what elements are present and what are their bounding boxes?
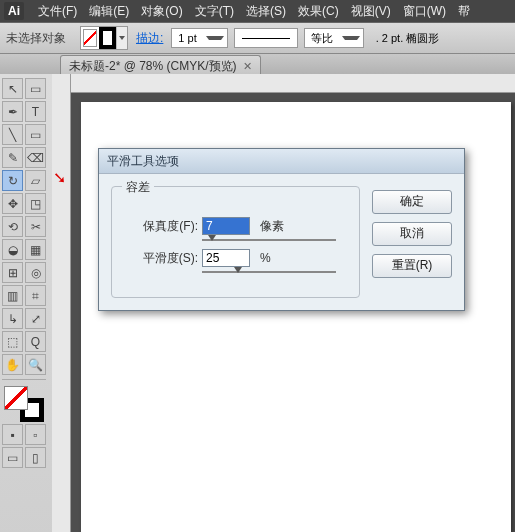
menu-object[interactable]: 对象(O) [135, 0, 188, 22]
fidelity-label: 保真度(F): [126, 218, 198, 235]
fidelity-unit: 像素 [260, 218, 284, 235]
tool-line[interactable]: ✎ [2, 147, 23, 168]
smooth-slider[interactable] [202, 271, 336, 273]
tool-magicwand[interactable]: ✒ [2, 101, 23, 122]
ruler-horizontal [71, 74, 515, 93]
tool-scale[interactable]: ◳ [25, 193, 46, 214]
stroke-weight-value: 1 pt [172, 32, 202, 44]
tool-perspective[interactable]: ▦ [25, 239, 46, 260]
smooth-tool-options-dialog: 平滑工具选项 容差 保真度(F): 像素 平滑度(S): % 确定 取消 重置(… [98, 148, 465, 311]
tool-lasso[interactable]: T [25, 101, 46, 122]
stroke-black-icon [99, 27, 117, 49]
menu-view[interactable]: 视图(V) [345, 0, 397, 22]
selection-status: 未选择对象 [6, 30, 74, 47]
screen-mode-2[interactable]: ▯ [25, 447, 46, 468]
menu-file[interactable]: 文件(F) [32, 0, 83, 22]
smooth-label: 平滑度(S): [126, 250, 198, 267]
smooth-input[interactable] [202, 249, 250, 267]
brush-info-text: . 2 pt. 椭圆形 [370, 31, 446, 46]
brush-info: . 2 pt. 椭圆形 [370, 29, 446, 47]
fill-stroke-swatch[interactable] [80, 26, 128, 50]
menu-window[interactable]: 窗口(W) [397, 0, 452, 22]
color-mode-1[interactable]: ▪ [2, 424, 23, 445]
group-legend: 容差 [122, 179, 154, 196]
app-logo: Ai [4, 2, 24, 20]
swatch-dropdown[interactable] [116, 27, 127, 49]
tool-pen[interactable]: ╲ [2, 124, 23, 145]
tool-divider [2, 379, 46, 380]
tool-free[interactable]: ✂ [25, 216, 46, 237]
ok-button[interactable]: 确定 [372, 190, 452, 214]
tool-selection[interactable]: ↖ [2, 78, 23, 99]
reset-button[interactable]: 重置(R) [372, 254, 452, 278]
tool-artboard[interactable]: ⬚ [2, 331, 23, 352]
fidelity-input[interactable] [202, 217, 250, 235]
document-tab[interactable]: 未标题-2* @ 78% (CMYK/预览) ✕ [60, 55, 261, 76]
tool-direct[interactable]: ▭ [25, 78, 46, 99]
stroke-style-preview[interactable] [234, 28, 298, 48]
menu-help[interactable]: 帮 [452, 0, 476, 22]
menu-bar: Ai 文件(F) 编辑(E) 对象(O) 文字(T) 选择(S) 效果(C) 视… [0, 0, 515, 22]
tool-graph[interactable]: ⤢ [25, 308, 46, 329]
tool-zoom[interactable]: 🔍 [25, 354, 46, 375]
ruler-vertical [52, 74, 71, 532]
slider-handle-icon [208, 235, 216, 241]
cancel-button[interactable]: 取消 [372, 222, 452, 246]
stroke-weight-combo[interactable]: 1 pt [171, 28, 227, 48]
fill-stroke-control[interactable] [2, 386, 46, 422]
tool-width[interactable]: ⟲ [2, 216, 23, 237]
uniform-label: 等比 [305, 31, 339, 46]
menu-text[interactable]: 文字(T) [189, 0, 240, 22]
tool-eyedrop[interactable]: ▥ [2, 285, 23, 306]
menu-select[interactable]: 选择(S) [240, 0, 292, 22]
dialog-buttons: 确定 取消 重置(R) [372, 186, 452, 298]
close-tab-icon[interactable]: ✕ [243, 60, 252, 73]
fill-chip-icon [4, 386, 28, 410]
options-bar: 未选择对象 描边: 1 pt 等比 . 2 pt. 椭圆形 [0, 22, 515, 54]
slider-handle-icon [234, 267, 242, 273]
tool-rotate[interactable]: ✥ [2, 193, 23, 214]
document-tab-title: 未标题-2* @ 78% (CMYK/预览) [69, 58, 237, 75]
uniform-combo[interactable]: 等比 [304, 28, 364, 48]
fill-none-icon [81, 27, 99, 49]
menu-edit[interactable]: 编辑(E) [83, 0, 135, 22]
tool-symbol[interactable]: ↳ [2, 308, 23, 329]
color-mode-2[interactable]: ▫ [25, 424, 46, 445]
dialog-title: 平滑工具选项 [99, 149, 464, 174]
tool-shapebuilder[interactable]: ◒ [2, 239, 23, 260]
stroke-label-link[interactable]: 描边: [134, 30, 165, 47]
tool-blend[interactable]: ⌗ [25, 285, 46, 306]
tolerance-group: 容差 保真度(F): 像素 平滑度(S): % [111, 186, 360, 298]
fidelity-slider[interactable] [202, 239, 336, 241]
smooth-unit: % [260, 251, 271, 265]
tool-rect[interactable]: ⌫ [25, 147, 46, 168]
menu-effect[interactable]: 效果(C) [292, 0, 345, 22]
screen-mode-1[interactable]: ▭ [2, 447, 23, 468]
tool-gradient[interactable]: ◎ [25, 262, 46, 283]
tool-pencil[interactable]: ↻ [2, 170, 23, 191]
tool-type[interactable]: ▭ [25, 124, 46, 145]
tool-hand[interactable]: ✋ [2, 354, 23, 375]
tool-mesh[interactable]: ⊞ [2, 262, 23, 283]
tool-slice[interactable]: Q [25, 331, 46, 352]
tool-panel: ↖ ▭ ✒ T ╲ ▭ ✎ ⌫ ↻ ▱ ✥ ◳ ⟲ ✂ ◒ ▦ ⊞ ◎ ▥ ⌗ … [0, 74, 55, 532]
tool-eraser[interactable]: ▱ [25, 170, 46, 191]
